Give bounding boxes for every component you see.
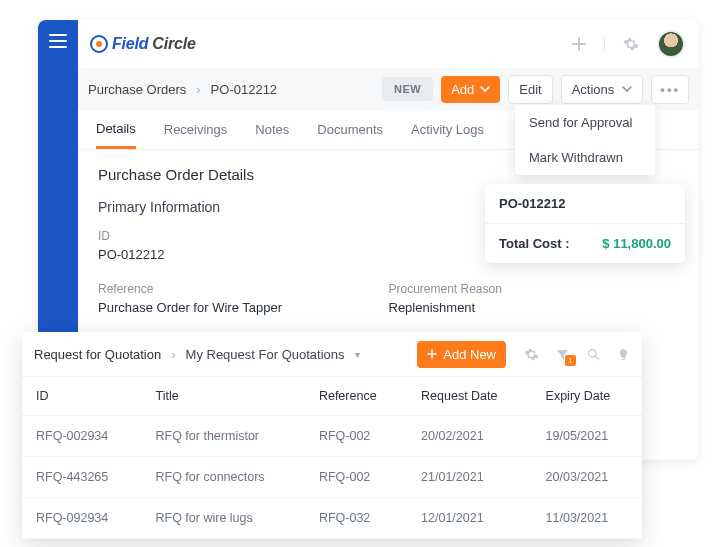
cell-title: RFQ for connectors (142, 457, 305, 498)
chevron-down-icon (480, 84, 490, 94)
rfq-panel: Request for Quotation › My Request For Q… (22, 332, 642, 539)
bulb-icon[interactable] (617, 347, 630, 362)
reference-label: Reference (98, 282, 389, 296)
filter-count-badge: 1 (565, 355, 576, 366)
add-button-label: Add (451, 82, 474, 97)
edit-button[interactable]: Edit (508, 75, 552, 104)
breadcrumb-row: Purchase Orders › PO-012212 NEW Add Edit… (78, 68, 699, 110)
actions-button[interactable]: Actions (561, 75, 644, 104)
cell-reference: RFQ-002 (305, 416, 407, 457)
col-request-date[interactable]: Request Date (407, 377, 532, 416)
menu-item-send-approval[interactable]: Send for Approval (515, 105, 655, 140)
cell-expiry-date: 19/05/2021 (532, 416, 642, 457)
add-new-label: Add New (443, 347, 496, 362)
breadcrumb-current: PO-012212 (211, 82, 278, 97)
svg-point-1 (96, 41, 102, 47)
chevron-right-icon: › (171, 347, 175, 362)
tab-receivings[interactable]: Receivings (164, 112, 228, 147)
table-row[interactable]: RFQ-002934 RFQ for thermistor RFQ-002 20… (22, 416, 642, 457)
svg-point-2 (589, 349, 597, 357)
cell-request-date: 20/02/2021 (407, 416, 532, 457)
status-badge: NEW (382, 77, 433, 101)
table-row[interactable]: RFQ-092934 RFQ for wire lugs RFQ-032 12/… (22, 498, 642, 539)
search-icon[interactable] (586, 347, 601, 362)
reference-value: Purchase Order for Wire Tapper (98, 300, 389, 315)
tab-details[interactable]: Details (96, 111, 136, 149)
rfq-breadcrumb-current[interactable]: My Request For Quotations (186, 347, 345, 362)
reason-value: Replenishment (389, 300, 680, 315)
cell-id: RFQ-092934 (22, 498, 142, 539)
tab-documents[interactable]: Documents (317, 112, 383, 147)
topbar: FieldCircle (78, 20, 699, 68)
menu-item-mark-withdrawn[interactable]: Mark Withdrawn (515, 140, 655, 175)
more-button[interactable]: ••• (651, 75, 689, 104)
logo-icon (90, 35, 108, 53)
col-title[interactable]: Title (142, 377, 305, 416)
filter-button[interactable]: 1 (555, 347, 570, 362)
rfq-header: Request for Quotation › My Request For Q… (22, 332, 642, 376)
add-button[interactable]: Add (441, 76, 500, 103)
actions-menu: Send for Approval Mark Withdrawn (515, 105, 655, 175)
brand-field: Field (112, 35, 148, 53)
caret-down-icon[interactable]: ▾ (355, 349, 360, 360)
gear-icon[interactable] (524, 347, 539, 362)
summary-cost-label: Total Cost : (499, 236, 570, 251)
divider (604, 36, 605, 52)
chevron-down-icon (622, 84, 632, 94)
cell-reference: RFQ-032 (305, 498, 407, 539)
col-expiry-date[interactable]: Expiry Date (532, 377, 642, 416)
chevron-right-icon: › (196, 82, 200, 97)
actions-button-label: Actions (572, 82, 615, 97)
add-new-button[interactable]: Add New (417, 341, 506, 368)
menu-icon[interactable] (49, 34, 67, 48)
plus-icon (427, 349, 437, 359)
avatar[interactable] (657, 30, 685, 58)
summary-cost-value: $ 11,800.00 (602, 236, 671, 251)
summary-title: PO-012212 (485, 184, 685, 224)
cell-id: RFQ-002934 (22, 416, 142, 457)
rfq-table: ID Title Reference Request Date Expiry D… (22, 376, 642, 539)
table-row[interactable]: RFQ-443265 RFQ for connectors RFQ-002 21… (22, 457, 642, 498)
summary-card: PO-012212 Total Cost : $ 11,800.00 (485, 184, 685, 263)
tab-notes[interactable]: Notes (255, 112, 289, 147)
table-header-row: ID Title Reference Request Date Expiry D… (22, 377, 642, 416)
cell-request-date: 21/01/2021 (407, 457, 532, 498)
brand-logo: FieldCircle (90, 35, 196, 53)
brand-circle: Circle (152, 35, 195, 53)
gear-icon[interactable] (623, 36, 639, 52)
cell-reference: RFQ-002 (305, 457, 407, 498)
cell-expiry-date: 11/03/2021 (532, 498, 642, 539)
cell-id: RFQ-443265 (22, 457, 142, 498)
cell-request-date: 12/01/2021 (407, 498, 532, 539)
tab-activity-logs[interactable]: Activity Logs (411, 112, 484, 147)
breadcrumb: Purchase Orders › PO-012212 (88, 82, 374, 97)
cell-title: RFQ for thermistor (142, 416, 305, 457)
col-reference[interactable]: Reference (305, 377, 407, 416)
breadcrumb-root[interactable]: Purchase Orders (88, 82, 186, 97)
col-id[interactable]: ID (22, 377, 142, 416)
cell-expiry-date: 20/03/2021 (532, 457, 642, 498)
rfq-breadcrumb-root[interactable]: Request for Quotation (34, 347, 161, 362)
plus-icon[interactable] (572, 37, 586, 51)
reason-label: Procurement Reason (389, 282, 680, 296)
cell-title: RFQ for wire lugs (142, 498, 305, 539)
